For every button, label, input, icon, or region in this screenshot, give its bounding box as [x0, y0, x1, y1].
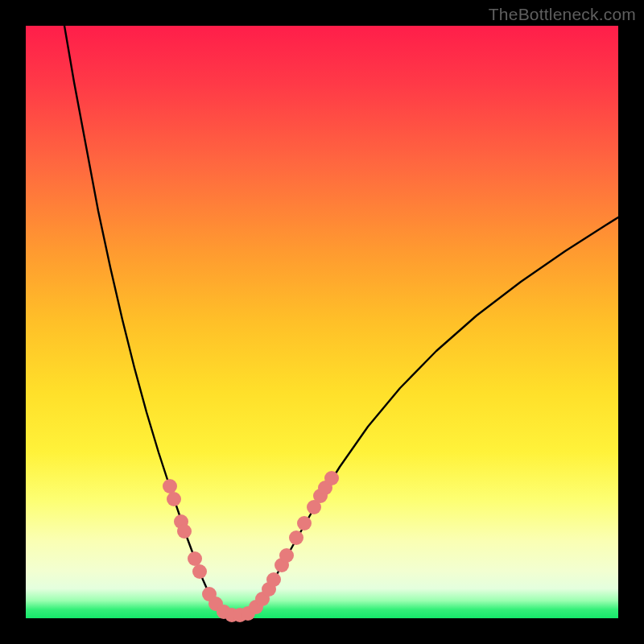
- marker-dot: [177, 524, 192, 539]
- marker-dot: [167, 492, 181, 506]
- marker-dot: [324, 471, 339, 485]
- marker-dot: [289, 530, 303, 545]
- marker-dot: [192, 564, 207, 579]
- curve-path: [64, 26, 618, 616]
- marker-dot: [163, 479, 177, 493]
- plot-area: [26, 26, 618, 618]
- marker-dot: [188, 551, 202, 566]
- highlight-markers: [163, 471, 339, 622]
- marker-dot: [266, 572, 281, 587]
- watermark-text: TheBottleneck.com: [489, 5, 636, 24]
- marker-dot: [297, 516, 312, 530]
- chart-svg: [26, 26, 618, 618]
- chart-frame: TheBottleneck.com: [0, 0, 644, 644]
- bottleneck-curve: [64, 26, 618, 616]
- marker-dot: [279, 548, 294, 563]
